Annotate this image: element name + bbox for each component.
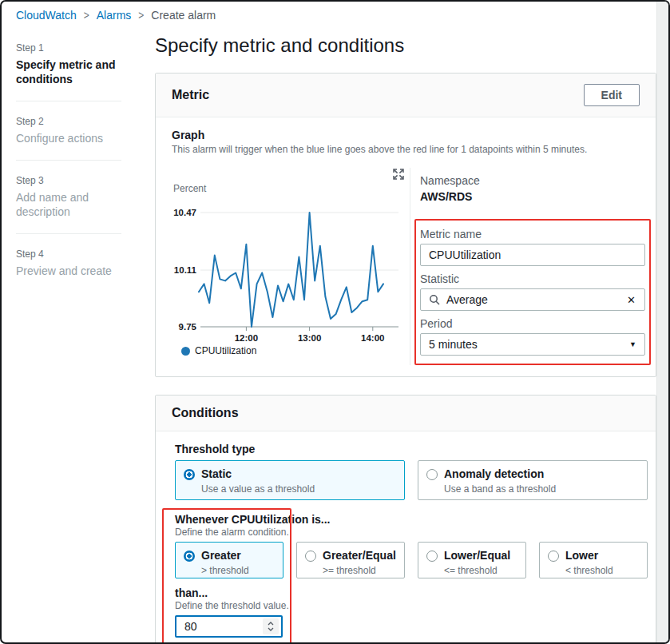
sidebar-step-4-link[interactable]: Preview and create [16, 264, 121, 278]
statistic-label: Statistic [420, 272, 645, 285]
breadcrumb-current: Create alarm [151, 9, 216, 22]
breadcrumb-cloudwatch[interactable]: CloudWatch [16, 9, 77, 22]
namespace-label: Namespace [420, 174, 644, 187]
chart-legend: CPUUtilization [172, 345, 405, 356]
sidebar-step-2-link[interactable]: Configure actions [16, 131, 121, 145]
graph-description: This alarm will trigger when the blue li… [172, 144, 644, 155]
tile-lower-equal-title: Lower/Equal [444, 549, 510, 562]
search-icon [429, 294, 440, 305]
tile-greater-equal-title: Greater/Equal [323, 549, 396, 562]
tile-anomaly-title: Anomaly detection [444, 467, 556, 480]
whenever-label: Whenever CPUUtilization is... [175, 513, 648, 526]
page-title: Specify metric and conditions [155, 34, 656, 57]
conditions-card-header: Conditions [156, 396, 656, 431]
conditions-card-title: Conditions [172, 406, 239, 420]
scrollbar[interactable] [656, 2, 668, 642]
breadcrumb-alarms[interactable]: Alarms [97, 9, 132, 22]
y-tick-label: 10.47 [173, 208, 196, 217]
chevron-down-icon: ▼ [629, 340, 636, 348]
tile-greater-description: > threshold [201, 565, 249, 576]
tile-lower-equal-description: <= threshold [444, 565, 510, 576]
clear-statistic-icon[interactable]: ✕ [626, 294, 636, 306]
edit-button[interactable]: Edit [584, 84, 640, 106]
app-window: CloudWatch > Alarms > Create alarm Step … [0, 0, 670, 644]
x-tick-label: 12:00 [235, 333, 258, 343]
legend-dot-icon [181, 347, 190, 356]
breadcrumb-separator-icon: > [138, 8, 144, 22]
tile-lower-equal[interactable]: Lower/Equal <= threshold [418, 542, 526, 578]
whenever-description: Define the alarm condition. [175, 527, 648, 538]
namespace-value: AWS/RDS [420, 190, 644, 203]
period-select[interactable]: 5 minutes ▼ [420, 333, 645, 356]
tile-lower[interactable]: Lower < threshold [539, 542, 648, 578]
radio-lower-equal[interactable] [426, 551, 438, 562]
sidebar-divider [16, 160, 121, 161]
metric-fields-annotation-box: Metric name CPUUtilization Statistic [414, 219, 651, 365]
radio-greater-equal[interactable] [305, 551, 316, 562]
sidebar-step-3: Step 3 Add name and description [16, 175, 121, 219]
stepper-down-icon[interactable] [268, 627, 274, 631]
breadcrumb-separator-icon: > [84, 8, 89, 22]
sidebar-step-4: Step 4 Preview and create [16, 248, 121, 278]
metric-card-header: Metric Edit [156, 74, 656, 117]
statistic-value: Average [446, 293, 626, 306]
tile-anomaly-description: Use a band as a threshold [444, 483, 556, 495]
x-tick-label: 14:00 [361, 333, 384, 343]
metric-name-input[interactable]: CPUUtilization [420, 244, 645, 266]
tile-greater-equal-description: >= threshold [323, 565, 396, 576]
tile-anomaly-detection[interactable]: Anomaly detection Use a band as a thresh… [418, 460, 648, 500]
metric-card: Metric Edit Graph This alarm will trigge… [155, 73, 656, 377]
threshold-type-label: Threshold type [175, 443, 648, 455]
number-stepper[interactable] [263, 618, 279, 634]
breadcrumb: CloudWatch > Alarms > Create alarm [2, 2, 668, 22]
metric-name-label: Metric name [420, 228, 645, 241]
y-tick-label: 9.75 [179, 322, 197, 332]
y-tick-label: 10.11 [174, 265, 197, 275]
tile-greater[interactable]: Greater > threshold [175, 542, 283, 578]
metric-card-title: Metric [172, 88, 209, 102]
tile-static[interactable]: Static Use a value as a threshold [175, 460, 405, 500]
step-number: Step 3 [16, 175, 121, 186]
step-number: Step 2 [16, 116, 121, 127]
legend-label: CPUUtilization [195, 345, 256, 356]
tile-greater-title: Greater [201, 549, 249, 562]
y-axis-title: Percent [173, 183, 405, 194]
step-number: Step 1 [16, 42, 121, 54]
sidebar-divider [16, 233, 121, 234]
tile-greater-equal[interactable]: Greater/Equal >= threshold [296, 542, 405, 578]
than-description: Define the threshold value. [175, 600, 648, 611]
radio-static[interactable] [184, 469, 195, 480]
statistic-input[interactable]: Average ✕ [420, 288, 645, 311]
conditions-card: Conditions Threshold type Static Use a v… [155, 395, 656, 644]
radio-lower[interactable] [548, 551, 559, 562]
expand-chart-icon[interactable] [392, 168, 405, 181]
x-tick-label: 13:00 [298, 333, 321, 343]
stepper-up-icon[interactable] [268, 622, 274, 626]
tile-static-title: Static [201, 467, 315, 480]
period-label: Period [420, 317, 645, 330]
step-number: Step 4 [16, 248, 121, 260]
graph-label: Graph [172, 129, 644, 141]
radio-anomaly-detection[interactable] [426, 469, 438, 480]
sidebar-step-1: Step 1 Specify metric and conditions [16, 42, 121, 86]
metric-name-value: CPUUtilization [429, 248, 636, 261]
sidebar-step-1-link[interactable]: Specify metric and conditions [16, 58, 121, 86]
metric-chart: 10.47 10.11 9.75 12:00 13:00 14:00 [172, 198, 402, 345]
sidebar-divider [16, 101, 121, 101]
threshold-value-input[interactable]: 80 [175, 615, 283, 638]
metric-chart-panel: Percent 10.47 10.11 9.75 [172, 168, 405, 365]
tile-static-description: Use a value as a threshold [201, 483, 315, 495]
than-label: than... [175, 586, 648, 599]
threshold-value: 80 [184, 620, 197, 633]
sidebar-step-2: Step 2 Configure actions [16, 116, 121, 145]
radio-greater[interactable] [184, 551, 195, 562]
wizard-steps-sidebar: Step 1 Specify metric and conditions Ste… [16, 42, 121, 278]
tile-lower-title: Lower [565, 549, 613, 562]
sidebar-step-3-link[interactable]: Add name and description [16, 190, 121, 219]
period-value: 5 minutes [429, 338, 629, 351]
tile-lower-description: < threshold [565, 565, 613, 576]
